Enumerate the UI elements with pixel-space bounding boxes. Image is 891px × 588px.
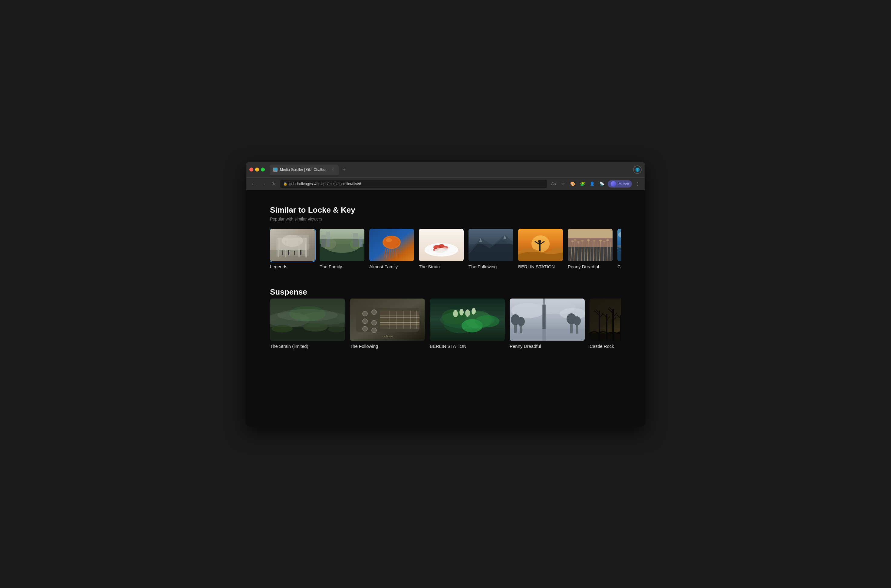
svg-point-26 xyxy=(386,238,392,242)
tab-close-button[interactable]: ✕ xyxy=(331,168,335,172)
svg-point-36 xyxy=(437,246,438,247)
title-bar: 🌐 Media Scroller | GUI Challenge ✕ + 🌐 xyxy=(246,162,645,177)
suspense-item-following[interactable]: cadence The Following xyxy=(350,298,425,350)
svg-rect-22 xyxy=(320,229,364,239)
media-label-strain: The Strain xyxy=(419,264,464,270)
paused-badge[interactable]: Paused xyxy=(608,180,632,188)
media-label-penny: Penny Dreadful xyxy=(568,264,613,270)
browser-window: 🌐 Media Scroller | GUI Challenge ✕ + 🌐 ←… xyxy=(246,162,645,426)
svg-point-93 xyxy=(362,311,367,316)
svg-point-95 xyxy=(362,319,367,324)
svg-point-73 xyxy=(599,240,602,242)
svg-point-35 xyxy=(441,248,448,251)
page-content: Similar to Locke & Key Popular with simi… xyxy=(246,190,645,426)
similar-section-title: Similar to Locke & Key xyxy=(270,206,621,215)
svg-point-87 xyxy=(272,325,293,332)
paused-label: Paused xyxy=(618,182,629,186)
media-thumb-following xyxy=(469,229,513,261)
similar-media-row: Legends xyxy=(270,229,621,272)
svg-point-132 xyxy=(518,317,525,326)
media-thumb-almost-family xyxy=(369,229,414,261)
profile-icon[interactable]: 👤 xyxy=(588,180,596,188)
svg-point-136 xyxy=(574,316,581,326)
svg-point-38 xyxy=(436,248,437,249)
translate-icon[interactable]: Aa xyxy=(550,180,557,188)
color-icon[interactable]: 🎨 xyxy=(569,180,577,188)
similar-section-subtitle: Popular with similar viewers xyxy=(270,217,621,221)
address-bar[interactable]: 🔒 gui-challenges.web.app/media-scroller/… xyxy=(280,180,547,188)
svg-rect-99 xyxy=(380,310,419,329)
svg-rect-44 xyxy=(469,229,513,244)
suspense-item-berlin[interactable]: BERLIN STATION xyxy=(430,298,505,350)
svg-point-94 xyxy=(372,310,377,315)
suspense-section: Suspense xyxy=(270,287,621,352)
svg-point-96 xyxy=(372,320,377,325)
minimize-button[interactable] xyxy=(255,168,259,171)
svg-text:cadence: cadence xyxy=(383,335,393,338)
back-button[interactable]: ← xyxy=(249,180,257,188)
svg-rect-5 xyxy=(282,250,283,255)
cast-icon[interactable]: 📡 xyxy=(598,180,606,188)
media-thumb-berlin xyxy=(518,229,563,261)
refresh-button[interactable]: ↻ xyxy=(270,180,278,188)
svg-point-72 xyxy=(593,240,595,242)
media-item-family[interactable]: The Family xyxy=(320,229,364,270)
forward-button[interactable]: → xyxy=(260,180,267,188)
media-label-following: The Following xyxy=(469,264,513,270)
svg-rect-8 xyxy=(300,250,301,255)
media-label-almost-family: Almost Family xyxy=(369,264,414,270)
media-label-legends: Legends xyxy=(270,264,315,270)
suspense-thumb-strain xyxy=(270,298,345,341)
media-item-strain[interactable]: The Strain xyxy=(419,229,464,270)
svg-point-3 xyxy=(282,235,303,247)
bookmark-icon[interactable]: ☆ xyxy=(559,180,567,188)
svg-point-71 xyxy=(587,239,590,241)
svg-rect-4 xyxy=(270,250,315,261)
media-item-penny[interactable]: Penny Dreadful xyxy=(568,229,613,270)
svg-point-89 xyxy=(328,326,345,332)
media-label-family: The Family xyxy=(320,264,364,270)
media-item-berlin[interactable]: BERLIN STATION xyxy=(518,229,563,270)
suspense-thumb-following: cadence xyxy=(350,298,425,341)
media-thumb-castle-rock xyxy=(618,229,621,261)
active-tab[interactable]: 🌐 Media Scroller | GUI Challenge ✕ xyxy=(270,165,339,175)
media-label-berlin: BERLIN STATION xyxy=(518,264,563,270)
puzzle-icon[interactable]: 🧩 xyxy=(578,180,586,188)
svg-point-25 xyxy=(384,237,400,248)
suspense-section-title: Suspense xyxy=(270,287,621,297)
media-thumb-strain xyxy=(419,229,464,261)
paused-avatar xyxy=(611,181,616,187)
media-item-almost-family[interactable]: Almost Family xyxy=(369,229,414,270)
tab-bar: 🌐 Media Scroller | GUI Challenge ✕ + xyxy=(270,165,631,175)
traffic-lights xyxy=(249,168,265,171)
svg-point-75 xyxy=(606,239,609,241)
maximize-button[interactable] xyxy=(261,168,265,171)
suspense-label-penny: Penny Dreadful xyxy=(510,343,585,350)
suspense-thumb-berlin xyxy=(430,298,505,341)
suspense-item-castle-rock[interactable]: Castle Rock xyxy=(590,298,621,350)
suspense-label-following: The Following xyxy=(350,343,425,350)
lock-icon: 🔒 xyxy=(283,182,287,186)
suspense-item-penny[interactable]: Penny Dreadful xyxy=(510,298,585,350)
nav-bar: ← → ↻ 🔒 gui-challenges.web.app/media-scr… xyxy=(246,177,645,190)
svg-point-74 xyxy=(603,241,605,243)
close-button[interactable] xyxy=(249,168,253,171)
new-tab-button[interactable]: + xyxy=(340,165,349,174)
svg-point-48 xyxy=(538,240,541,243)
svg-rect-10 xyxy=(305,238,307,257)
svg-point-37 xyxy=(439,248,439,248)
suspense-media-row: The Strain (limited) xyxy=(270,298,621,352)
svg-point-68 xyxy=(574,239,577,241)
suspense-item-strain[interactable]: The Strain (limited) xyxy=(270,298,345,350)
title-bar-right: 🌐 xyxy=(633,165,642,174)
menu-button[interactable]: ⋮ xyxy=(634,180,642,188)
svg-rect-7 xyxy=(294,251,295,255)
svg-point-67 xyxy=(571,240,574,242)
media-thumb-legends xyxy=(270,229,315,261)
svg-rect-155 xyxy=(590,333,621,341)
media-item-following[interactable]: The Following xyxy=(469,229,513,270)
svg-point-70 xyxy=(581,240,584,242)
media-item-castle-rock[interactable]: Castle Rock xyxy=(618,229,621,270)
suspense-thumb-castle-rock xyxy=(590,298,621,341)
media-item-legends[interactable]: Legends xyxy=(270,229,315,270)
